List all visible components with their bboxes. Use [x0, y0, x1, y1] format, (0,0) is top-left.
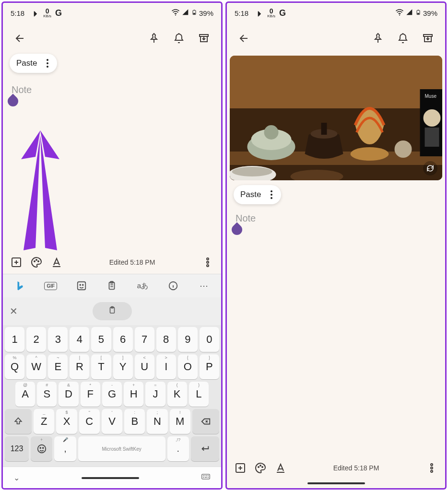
svg-point-30	[208, 477, 209, 478]
key-q[interactable]: %Q	[5, 354, 24, 379]
key-u[interactable]: <U	[135, 354, 154, 379]
svg-point-25	[203, 476, 204, 476]
more-tools-button[interactable]: ⋯	[194, 278, 213, 293]
more-button[interactable]	[201, 256, 214, 269]
key-f[interactable]: *F	[81, 382, 100, 407]
nav-handle[interactable]	[307, 482, 365, 484]
key-8[interactable]: 8	[156, 327, 176, 352]
svg-point-8	[36, 259, 37, 260]
image-refresh-icon[interactable]	[423, 161, 437, 175]
back-button[interactable]	[234, 28, 255, 49]
reminder-button[interactable]	[392, 28, 413, 49]
pin-button[interactable]	[143, 28, 165, 49]
paste-menu[interactable]: Paste	[234, 185, 281, 204]
reminder-button[interactable]	[168, 28, 189, 49]
phone-right: 5:18 ⏵ 0KB/s G 39%	[225, 1, 447, 490]
key-h[interactable]: +H	[124, 382, 143, 407]
key-t[interactable]: [T	[91, 354, 111, 379]
paste-label[interactable]: Paste	[240, 190, 261, 199]
battery-icon	[415, 8, 421, 18]
key-123[interactable]: 123	[5, 436, 29, 461]
lang-button[interactable]: aあ	[133, 278, 152, 293]
text-format-button[interactable]	[50, 256, 63, 269]
key-v[interactable]: 'V	[102, 409, 122, 434]
svg-point-29	[203, 477, 204, 478]
key-1[interactable]: 1	[5, 327, 24, 352]
key-m[interactable]: !M	[170, 409, 190, 434]
gif-button[interactable]: GIF	[41, 278, 60, 293]
svg-rect-24	[202, 474, 210, 479]
back-button[interactable]	[10, 28, 31, 49]
bing-icon[interactable]	[11, 278, 30, 293]
key-k[interactable]: (K	[167, 382, 187, 407]
add-button[interactable]	[10, 256, 23, 269]
key-i[interactable]: >I	[156, 354, 176, 379]
note-body[interactable]: Paste Note	[3, 54, 221, 251]
key-period[interactable]: ,!?.	[167, 436, 189, 461]
note-body[interactable]: Paste Note	[227, 185, 445, 456]
media-icon: ⏵	[32, 9, 39, 17]
palette-button[interactable]	[254, 461, 267, 475]
key-shift[interactable]	[5, 409, 32, 434]
archive-button[interactable]	[193, 28, 214, 49]
key-7[interactable]: 7	[135, 327, 154, 352]
key-3[interactable]: 3	[48, 327, 68, 352]
svg-text:Muse: Muse	[425, 94, 437, 99]
key-enter[interactable]	[191, 436, 219, 461]
key-4[interactable]: 4	[70, 327, 89, 352]
note-image[interactable]: Muse	[230, 56, 442, 180]
paste-more-icon[interactable]	[269, 190, 274, 199]
key-y[interactable]: ]Y	[113, 354, 133, 379]
key-2[interactable]: 2	[26, 327, 46, 352]
key-0[interactable]: 0	[200, 327, 219, 352]
paste-menu[interactable]: Paste	[10, 54, 57, 73]
key-b[interactable]: :B	[124, 409, 145, 434]
palette-button[interactable]	[30, 256, 43, 269]
paste-label[interactable]: Paste	[16, 58, 37, 68]
key-n[interactable]: ;N	[147, 409, 167, 434]
key-c[interactable]: "C	[79, 409, 100, 434]
key-g[interactable]: -G	[102, 382, 122, 407]
key-e[interactable]: ~E	[48, 354, 68, 379]
text-cursor-handle[interactable]	[232, 224, 242, 235]
nav-handle[interactable]	[82, 477, 139, 479]
key-a[interactable]: @A	[15, 382, 35, 407]
svg-point-56	[260, 465, 261, 466]
keyboard-toggle-icon[interactable]	[201, 472, 211, 483]
key-o[interactable]: {O	[178, 354, 198, 379]
add-button[interactable]	[234, 461, 247, 475]
text-cursor-handle[interactable]	[8, 96, 18, 106]
key-r[interactable]: |R	[70, 354, 89, 379]
nav-collapse-icon[interactable]: ⌄	[13, 473, 20, 482]
google-icon: G	[55, 8, 62, 18]
key-l[interactable]: )L	[189, 382, 209, 407]
key-9[interactable]: 9	[178, 327, 198, 352]
google-icon: G	[279, 8, 286, 18]
more-button[interactable]	[425, 461, 438, 475]
paste-more-icon[interactable]	[45, 59, 50, 68]
nav-bar: ⌄	[3, 467, 221, 488]
key-p[interactable]: }P	[200, 354, 219, 379]
key-x[interactable]: $X	[56, 409, 77, 434]
key-emoji[interactable]: +	[31, 436, 52, 461]
key-z[interactable]: _Z	[34, 409, 54, 434]
svg-point-52	[232, 167, 272, 176]
key-j[interactable]: =J	[145, 382, 165, 407]
suggestions-close[interactable]: ✕	[10, 305, 18, 317]
key-comma[interactable]: 🎤,	[54, 436, 76, 461]
info-button[interactable]	[164, 278, 183, 293]
key-space[interactable]: Microsoft SwiftKey	[78, 436, 165, 461]
sticker-button[interactable]	[72, 278, 91, 293]
keyboard-toolbar: GIF aあ ⋯	[3, 274, 221, 297]
pin-button[interactable]	[367, 28, 389, 49]
key-6[interactable]: 6	[113, 327, 133, 352]
key-s[interactable]: #S	[37, 382, 57, 407]
key-5[interactable]: 5	[91, 327, 111, 352]
clipboard-button[interactable]	[102, 278, 121, 293]
clipboard-chip[interactable]	[93, 302, 132, 320]
key-backspace[interactable]	[192, 409, 219, 434]
key-w[interactable]: ^W	[26, 354, 46, 379]
text-format-button[interactable]	[274, 461, 287, 475]
archive-button[interactable]	[417, 28, 438, 49]
key-d[interactable]: &D	[59, 382, 78, 407]
